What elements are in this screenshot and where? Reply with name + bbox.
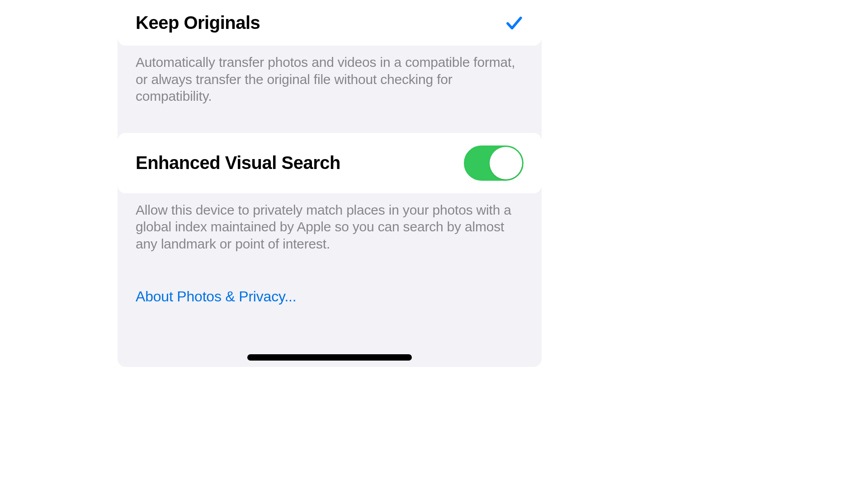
settings-panel: Keep Originals Automatically transfer ph… [118,0,542,367]
enhanced-visual-search-footer: Allow this device to privately match pla… [118,193,542,253]
keep-originals-label: Keep Originals [136,13,260,33]
checkmark-icon [505,14,524,33]
keep-originals-row[interactable]: Keep Originals [118,0,542,46]
enhanced-visual-search-toggle[interactable] [464,145,524,181]
home-indicator[interactable] [247,354,412,361]
section-gap [118,105,542,133]
toggle-knob [490,147,522,179]
privacy-link-row: About Photos & Privacy... [118,252,542,305]
enhanced-visual-search-row[interactable]: Enhanced Visual Search [118,133,542,193]
about-photos-privacy-link[interactable]: About Photos & Privacy... [136,288,296,305]
enhanced-visual-search-label: Enhanced Visual Search [136,153,340,173]
keep-originals-footer: Automatically transfer photos and videos… [118,46,542,105]
